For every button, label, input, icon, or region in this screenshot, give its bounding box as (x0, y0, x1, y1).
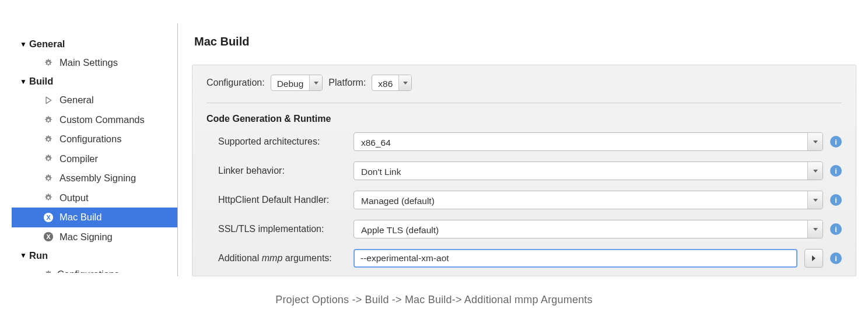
platform-combo[interactable]: x86 (372, 75, 412, 91)
tree-group-run[interactable]: ▼ Run (18, 247, 177, 265)
sidebar-item-label: Configurations (60, 133, 121, 145)
select-value: Apple TLS (default) (354, 220, 807, 238)
figure-caption: Project Options -> Build -> Mac Build-> … (0, 294, 868, 306)
gear-icon (43, 173, 54, 184)
expand-arguments-button[interactable] (804, 249, 823, 268)
config-panel: Configuration: Debug Platform: x86 Code … (192, 65, 856, 276)
select-linker-behavior[interactable]: Don't Link (354, 161, 823, 180)
tree-group-general[interactable]: ▼ General (18, 35, 177, 53)
arrow-right-icon (812, 255, 816, 261)
select-value: Don't Link (354, 162, 807, 180)
platform-label: Platform: (328, 78, 366, 88)
tree-group-label: Run (29, 250, 48, 261)
sidebar-item-label: Assembly Signing (60, 172, 136, 184)
sidebar-item-label: Output (60, 192, 89, 204)
disclosure-triangle-icon: ▼ (19, 78, 28, 86)
tree-group-label: Build (29, 76, 53, 87)
sidebar-item-label: Main Settings (60, 57, 118, 69)
label-mmp-arguments: Additional mmp arguments: (206, 253, 346, 264)
chevron-down-icon (807, 133, 822, 150)
main-panel: Mac Build Configuration: Debug Platform:… (178, 23, 856, 276)
disclosure-triangle-icon: ▼ (34, 271, 40, 273)
configuration-value: Debug (271, 75, 310, 90)
sidebar-item-label: Mac Build (60, 211, 102, 223)
select-ssl-tls[interactable]: Apple TLS (default) (354, 220, 823, 238)
sidebar-tree: ▼ General Main Settings ▼ Build General (18, 23, 178, 276)
chevron-down-icon (398, 75, 411, 90)
chevron-down-icon (807, 162, 822, 180)
config-bar: Configuration: Debug Platform: x86 (206, 75, 842, 103)
play-icon (43, 95, 54, 106)
tree-group-build[interactable]: ▼ Build (18, 72, 177, 90)
gear-icon (43, 192, 54, 203)
label-ssl-tls: SSL/TLS implementation: (206, 224, 346, 234)
info-icon[interactable]: i (830, 136, 842, 148)
x-badge-icon: X (43, 231, 54, 242)
chevron-down-icon (807, 220, 822, 238)
sidebar-item-label: Mac Signing (60, 231, 113, 243)
sidebar-item-custom-commands[interactable]: Custom Commands (18, 110, 177, 129)
info-icon[interactable]: i (830, 223, 842, 235)
info-icon[interactable]: i (830, 165, 842, 177)
row-ssl-tls: SSL/TLS implementation: Apple TLS (defau… (206, 220, 842, 238)
sidebar-item-mac-build[interactable]: X Mac Build (12, 208, 177, 227)
row-linker-behavior: Linker behavior: Don't Link i (206, 161, 842, 180)
sidebar-item-build-general[interactable]: General (18, 90, 177, 110)
sidebar-item-output[interactable]: Output (18, 188, 177, 208)
info-icon[interactable]: i (830, 194, 842, 206)
sidebar-item-mac-signing[interactable]: X Mac Signing (18, 227, 177, 247)
row-supported-architectures: Supported architectures: x86_64 i (206, 132, 842, 151)
row-httpclient-handler: HttpClient Default Handler: Managed (def… (206, 191, 842, 209)
sidebar-item-main-settings[interactable]: Main Settings (18, 53, 177, 72)
select-value: Managed (default) (354, 191, 807, 209)
sidebar-item-label: Custom Commands (60, 114, 145, 126)
input-mmp-arguments[interactable] (354, 249, 797, 268)
gear-icon (43, 115, 54, 125)
select-value: x86_64 (354, 133, 807, 150)
sidebar-item-label: General (60, 94, 94, 106)
label-httpclient-handler: HttpClient Default Handler: (206, 195, 346, 205)
gear-icon (43, 269, 54, 273)
gear-icon (43, 134, 54, 145)
sidebar-item-run-configurations[interactable]: ▼ Configurations (18, 265, 177, 273)
section-code-generation: Code Generation & Runtime (206, 114, 842, 124)
sidebar-item-label: Compiler (60, 153, 98, 165)
label-supported-architectures: Supported architectures: (206, 136, 346, 147)
platform-value: x86 (372, 75, 398, 90)
select-httpclient-handler[interactable]: Managed (default) (354, 191, 823, 209)
disclosure-triangle-icon: ▼ (19, 251, 28, 259)
sidebar-item-label: Configurations (57, 268, 119, 273)
svg-text:X: X (46, 213, 51, 220)
disclosure-triangle-icon: ▼ (19, 40, 28, 48)
options-dialog: ▼ General Main Settings ▼ Build General (0, 0, 868, 282)
info-icon[interactable]: i (830, 252, 842, 264)
chevron-down-icon (807, 191, 822, 209)
row-mmp-arguments: Additional mmp arguments: i (206, 249, 842, 268)
select-supported-architectures[interactable]: x86_64 (354, 132, 823, 151)
page-title: Mac Build (194, 35, 856, 48)
configuration-combo[interactable]: Debug (271, 75, 323, 91)
sidebar-item-assembly-signing[interactable]: Assembly Signing (18, 168, 177, 188)
sidebar-item-configurations[interactable]: Configurations (18, 129, 177, 149)
gear-icon (43, 58, 54, 68)
chevron-down-icon (309, 75, 322, 90)
configuration-label: Configuration: (206, 78, 265, 88)
tree-group-label: General (29, 38, 65, 50)
svg-text:X: X (46, 233, 51, 240)
x-badge-icon: X (43, 212, 54, 223)
sidebar-item-compiler[interactable]: Compiler (18, 149, 177, 168)
label-linker-behavior: Linker behavior: (206, 166, 346, 176)
gear-icon (43, 153, 54, 164)
